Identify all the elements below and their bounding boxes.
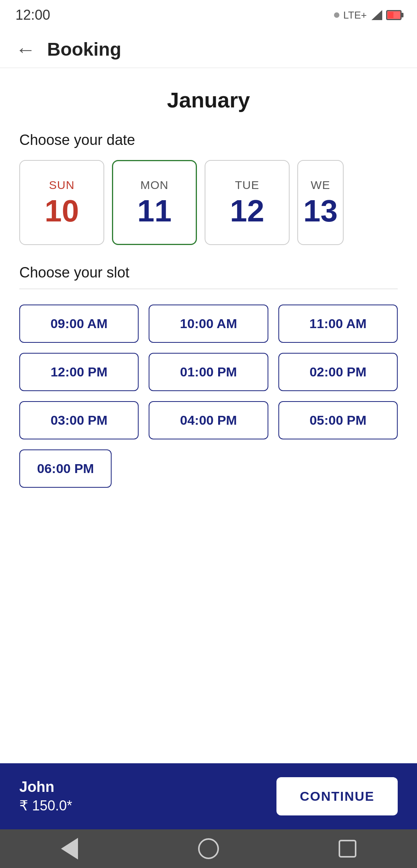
status-time: 12:00 <box>15 7 50 23</box>
slot-0400pm[interactable]: 04:00 PM <box>149 401 268 439</box>
slot-0500pm[interactable]: 05:00 PM <box>278 401 398 439</box>
slot-0100pm[interactable]: 01:00 PM <box>149 353 268 391</box>
slot-divider <box>19 289 398 289</box>
main-content: January Choose your date SUN 10 MON 11 T… <box>0 68 417 604</box>
price-display: ₹ 150.0* <box>19 798 72 814</box>
nav-recent-button[interactable] <box>334 835 361 862</box>
continue-button[interactable]: CONTINUE <box>276 777 398 815</box>
lte-icon: LTE+ <box>343 9 367 21</box>
day-name-mon: MON <box>141 179 169 192</box>
last-slot-row: 06:00 PM <box>19 449 398 488</box>
signal-dot-icon <box>334 12 339 18</box>
day-name-tue: TUE <box>235 179 259 192</box>
slot-0200pm[interactable]: 02:00 PM <box>278 353 398 391</box>
slot-0600pm[interactable]: 06:00 PM <box>19 449 112 488</box>
day-name-wed: WE <box>311 179 330 192</box>
recent-icon <box>339 840 356 858</box>
date-card-mon[interactable]: MON 11 <box>112 160 197 245</box>
date-card-tue[interactable]: TUE 12 <box>205 160 290 245</box>
day-number-sun: 10 <box>45 196 79 226</box>
month-title: January <box>19 87 398 112</box>
date-card-wed[interactable]: WE 13 <box>297 160 344 245</box>
signal-strength-icon <box>371 10 382 20</box>
status-bar: 12:00 LTE+ <box>0 0 417 27</box>
date-selector: SUN 10 MON 11 TUE 12 WE 13 <box>19 160 398 245</box>
status-icons: LTE+ <box>334 9 402 21</box>
choose-slot-label: Choose your slot <box>19 264 398 281</box>
slot-1200pm[interactable]: 12:00 PM <box>19 353 139 391</box>
slot-1000am[interactable]: 10:00 AM <box>149 305 268 343</box>
nav-home-button[interactable] <box>195 835 222 862</box>
slot-0900am[interactable]: 09:00 AM <box>19 305 139 343</box>
user-info: John ₹ 150.0* <box>19 779 72 814</box>
header: ← Booking <box>0 27 417 68</box>
day-number-wed: 13 <box>303 196 338 226</box>
back-icon <box>61 838 78 859</box>
battery-icon <box>386 10 402 20</box>
back-button[interactable]: ← <box>15 39 36 60</box>
choose-date-label: Choose your date <box>19 132 398 148</box>
user-name: John <box>19 779 72 795</box>
day-number-mon: 11 <box>137 196 172 226</box>
day-number-tue: 12 <box>230 196 264 226</box>
date-card-sun[interactable]: SUN 10 <box>19 160 104 245</box>
page-title: Booking <box>47 39 121 60</box>
nav-back-button[interactable] <box>56 835 83 862</box>
slot-1100am[interactable]: 11:00 AM <box>278 305 398 343</box>
home-icon <box>198 838 219 859</box>
bottom-bar: John ₹ 150.0* CONTINUE <box>0 763 417 829</box>
nav-bar <box>0 829 417 868</box>
slot-0300pm[interactable]: 03:00 PM <box>19 401 139 439</box>
slots-grid: 09:00 AM 10:00 AM 11:00 AM 12:00 PM 01:0… <box>19 305 398 439</box>
day-name-sun: SUN <box>49 179 75 192</box>
